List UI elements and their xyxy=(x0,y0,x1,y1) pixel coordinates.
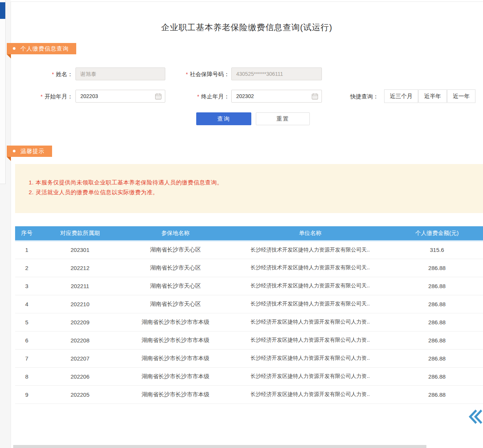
cell-seq: 1 xyxy=(15,241,38,259)
pension-query-page: 企业职工基本养老保险缴费信息查询(试运行) 个人缴费信息查询 *姓名： 谢旭泰 … xyxy=(0,0,483,448)
required-mark: * xyxy=(197,94,199,100)
cell-company: 长沙经济技术开发区捷特人力资源开发有限公司天.. xyxy=(229,241,391,259)
cell-amount: 286.88 xyxy=(391,313,483,331)
section-label: 个人缴费信息查询 xyxy=(20,45,69,52)
cell-period: 202205 xyxy=(38,385,122,404)
double-chevron-left-icon[interactable] xyxy=(468,409,483,425)
cell-area: 湖南省长沙市天心区 xyxy=(122,277,229,295)
table-header-cell: 序号 xyxy=(15,226,38,241)
cell-seq: 9 xyxy=(15,385,38,404)
cell-seq: 5 xyxy=(15,313,38,331)
cell-seq: 4 xyxy=(15,295,38,313)
cell-amount: 286.88 xyxy=(391,349,483,367)
tips-list: 1. 本服务仅提供尚未领取企业职工基本养老保险待遇人员的缴费信息查询。2. 灵活… xyxy=(15,164,483,197)
reset-button[interactable]: 重置 xyxy=(256,112,310,125)
cell-period: 202210 xyxy=(38,295,122,313)
cell-area: 湖南省长沙市天心区 xyxy=(122,259,229,277)
quick-option-3months[interactable]: 近三个月 xyxy=(384,89,418,103)
cell-amount: 286.88 xyxy=(391,259,483,277)
tip-line: 2. 灵活就业人员的缴费单位信息以实际缴费为准。 xyxy=(29,187,483,197)
table-row: 4202210湖南省长沙市天心区长沙经济技术开发区捷特人力资源开发有限公司天..… xyxy=(15,295,483,313)
bullet-icon xyxy=(13,150,15,152)
cell-period: 202208 xyxy=(38,331,122,349)
table-row: 5202209湖南省长沙市长沙市市本级长沙经济开发区捷特人力资源开发有限公司人力… xyxy=(15,313,483,331)
start-month-field[interactable]: 202203 xyxy=(75,90,165,103)
calendar-icon[interactable] xyxy=(155,93,162,100)
sidebar-blue-block xyxy=(0,2,5,19)
bullet-icon xyxy=(13,47,15,50)
cell-seq: 8 xyxy=(15,367,38,385)
quick-option-1year[interactable]: 近一年 xyxy=(447,89,475,103)
section-header-tips: 温馨提示 xyxy=(7,146,52,157)
bottom-divider xyxy=(13,445,426,448)
cell-seq: 7 xyxy=(15,349,38,367)
cell-company: 长沙经济开发区捷特人力资源开发有限公司人力资.. xyxy=(229,385,391,404)
cell-area: 湖南省长沙市长沙市市本级 xyxy=(122,313,229,331)
cell-area: 湖南省长沙市长沙市市本级 xyxy=(122,367,229,385)
cell-amount: 286.88 xyxy=(391,331,483,349)
required-mark: * xyxy=(41,94,43,100)
notice-box: 1. 本服务仅提供尚未领取企业职工基本养老保险待遇人员的缴费信息查询。2. 灵活… xyxy=(15,164,483,213)
table-header-row: 序号对应费款所属期参保地名称单位名称个人缴费金额(元) xyxy=(15,226,483,241)
table-header-cell: 参保地名称 xyxy=(122,226,229,241)
cell-period: 202209 xyxy=(38,313,122,331)
section-label: 温馨提示 xyxy=(20,148,45,154)
table-body: 1202301湖南省长沙市天心区长沙经济技术开发区捷特人力资源开发有限公司天..… xyxy=(15,241,483,404)
ssn-field[interactable]: 430525******306111 xyxy=(231,68,322,80)
name-field[interactable]: 谢旭泰 xyxy=(75,68,165,80)
cell-amount: 315.6 xyxy=(391,241,483,259)
cell-company: 长沙经济开发区捷特人力资源开发有限公司人力资.. xyxy=(229,349,391,367)
cell-company: 长沙经济技术开发区捷特人力资源开发有限公司天.. xyxy=(229,259,391,277)
cell-seq: 6 xyxy=(15,331,38,349)
required-mark: * xyxy=(52,71,54,77)
cell-period: 202206 xyxy=(38,367,122,385)
cell-period: 202212 xyxy=(38,259,122,277)
quick-option-halfyear[interactable]: 近半年 xyxy=(418,89,447,103)
cell-amount: 286.88 xyxy=(391,367,483,385)
section-header-personal-query: 个人缴费信息查询 xyxy=(7,43,76,54)
cell-company: 长沙经济技术开发区捷特人力资源开发有限公司天.. xyxy=(229,277,391,295)
cell-area: 湖南省长沙市长沙市市本级 xyxy=(122,331,229,349)
cell-company: 长沙经济开发区捷特人力资源开发有限公司人力资.. xyxy=(229,331,391,349)
cell-amount: 286.88 xyxy=(391,277,483,295)
table-header-cell: 个人缴费金额(元) xyxy=(391,226,483,241)
table-row: 7202207湖南省长沙市长沙市市本级长沙经济开发区捷特人力资源开发有限公司人力… xyxy=(15,349,483,367)
collapsed-sidebar xyxy=(0,0,6,184)
page-title: 企业职工基本养老保险缴费信息查询(试运行) xyxy=(11,22,483,33)
cell-area: 湖南省长沙市天心区 xyxy=(122,295,229,313)
quick-query-label: 快捷查询： xyxy=(350,93,381,100)
required-mark: * xyxy=(186,71,188,77)
cell-area: 湖南省长沙市天心区 xyxy=(122,241,229,259)
calendar-icon[interactable] xyxy=(312,93,318,100)
ssn-label: *社会保障号码： xyxy=(166,71,229,78)
cell-seq: 3 xyxy=(15,277,38,295)
cell-period: 202211 xyxy=(38,277,122,295)
cell-area: 湖南省长沙市长沙市市本级 xyxy=(122,349,229,367)
table-row: 2202212湖南省长沙市天心区长沙经济技术开发区捷特人力资源开发有限公司天..… xyxy=(15,259,483,277)
query-button[interactable]: 查询 xyxy=(196,112,251,125)
tip-line: 1. 本服务仅提供尚未领取企业职工基本养老保险待遇人员的缴费信息查询。 xyxy=(29,178,483,187)
table-header-cell: 对应费款所属期 xyxy=(38,226,122,241)
cell-amount: 286.88 xyxy=(391,295,483,313)
table-header-cell: 单位名称 xyxy=(229,226,391,241)
cell-amount: 286.88 xyxy=(391,385,483,404)
table-row: 8202206湖南省长沙市长沙市市本级长沙经济开发区捷特人力资源开发有限公司人力… xyxy=(15,367,483,385)
cell-area: 湖南省长沙市长沙市市本级 xyxy=(122,385,229,404)
table-row: 3202211湖南省长沙市天心区长沙经济技术开发区捷特人力资源开发有限公司天..… xyxy=(15,277,483,295)
cell-seq: 2 xyxy=(15,259,38,277)
end-month-label: *终止年月： xyxy=(166,93,229,100)
payment-table-wrap: 序号对应费款所属期参保地名称单位名称个人缴费金额(元) 1202301湖南省长沙… xyxy=(15,226,483,404)
cell-period: 202207 xyxy=(38,349,122,367)
table-row: 1202301湖南省长沙市天心区长沙经济技术开发区捷特人力资源开发有限公司天..… xyxy=(15,241,483,259)
cell-company: 长沙经济技术开发区捷特人力资源开发有限公司天.. xyxy=(229,295,391,313)
start-month-label: *开始年月： xyxy=(23,93,73,100)
quick-query-buttons: 近三个月近半年近一年 xyxy=(384,89,476,103)
cell-company: 长沙经济开发区捷特人力资源开发有限公司人力资.. xyxy=(229,367,391,385)
cell-period: 202301 xyxy=(38,241,122,259)
table-row: 9202205湖南省长沙市长沙市市本级长沙经济开发区捷特人力资源开发有限公司人力… xyxy=(15,385,483,404)
end-month-field[interactable]: 202302 xyxy=(231,90,322,103)
payment-table: 序号对应费款所属期参保地名称单位名称个人缴费金额(元) 1202301湖南省长沙… xyxy=(15,226,483,404)
cell-company: 长沙经济开发区捷特人力资源开发有限公司人力资.. xyxy=(229,313,391,331)
table-row: 6202208湖南省长沙市长沙市市本级长沙经济开发区捷特人力资源开发有限公司人力… xyxy=(15,331,483,349)
name-label: *姓名： xyxy=(23,71,73,78)
